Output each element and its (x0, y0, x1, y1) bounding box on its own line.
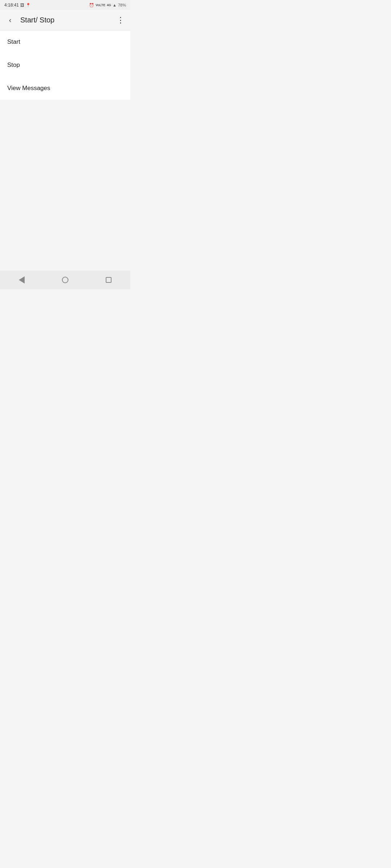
more-dots-icon: ⋮ (117, 16, 124, 24)
menu-item-stop[interactable]: Stop (0, 54, 130, 77)
nav-bar (0, 271, 130, 289)
empty-space (0, 100, 130, 289)
back-arrow-icon: ‹ (9, 16, 12, 24)
nav-recents-icon (106, 277, 112, 283)
app-bar: ‹ Start/ Stop ⋮ (0, 10, 130, 30)
more-options-button[interactable]: ⋮ (113, 13, 127, 27)
gallery-icon: 🖼 (20, 3, 24, 7)
nav-home-button[interactable] (54, 273, 76, 287)
menu-item-view-messages[interactable]: View Messages (0, 77, 130, 100)
network-4g-icon: 4G (107, 3, 111, 7)
status-bar: 4:18:41 🖼 📍 ⏰ VoLTE 4G ▲ 78% (0, 0, 130, 10)
menu-item-start[interactable]: Start (0, 30, 130, 54)
status-time: 4:18:41 🖼 📍 (4, 3, 31, 8)
menu-list: Start Stop View Messages (0, 30, 130, 100)
back-button[interactable]: ‹ (3, 13, 17, 27)
nav-recents-button[interactable] (98, 273, 119, 287)
battery-text: 78% (118, 3, 126, 7)
page-title: Start/ Stop (20, 16, 113, 24)
alarm-icon: ⏰ (89, 3, 94, 8)
location-icon: 📍 (26, 3, 31, 8)
status-icons: ⏰ VoLTE 4G ▲ 78% (89, 3, 126, 8)
nav-back-icon (19, 276, 25, 284)
main-content: Start Stop View Messages (0, 30, 130, 289)
signal-icon: ▲ (113, 3, 117, 7)
volte-icon: VoLTE (96, 3, 105, 7)
nav-back-button[interactable] (11, 273, 33, 287)
nav-home-icon (62, 277, 68, 283)
